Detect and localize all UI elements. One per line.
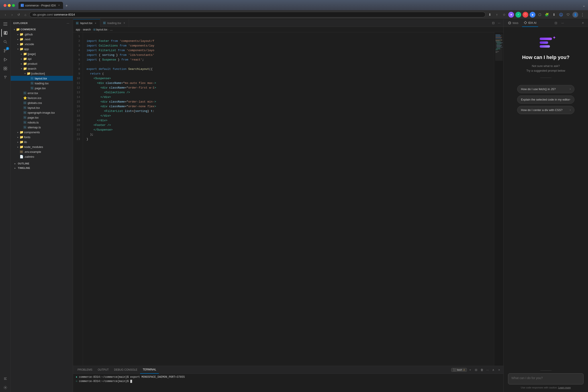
nav-icon-download2[interactable]: ⬇: [551, 12, 557, 18]
sidebar-ellipsis-btn[interactable]: ···: [66, 21, 70, 25]
home-button[interactable]: ⌂: [23, 12, 28, 17]
tree-item-layout-tsx[interactable]: TS layout.tsx: [11, 76, 73, 81]
panel-close[interactable]: ×: [497, 367, 502, 372]
activity-explorer[interactable]: [1, 29, 9, 37]
nav-icon-extension1[interactable]: ★: [508, 12, 514, 18]
panel-add-terminal[interactable]: +: [468, 367, 473, 372]
tree-item-robots[interactable]: TS robots.ts: [11, 120, 73, 125]
tree-item-page-tsx[interactable]: TS page.tsx: [11, 86, 73, 90]
nav-icon-extension5[interactable]: ⬡: [537, 12, 542, 18]
terminal-content[interactable]: ● commerce-8314:~/commerce{main}$ export…: [73, 374, 503, 392]
tree-item-favicon[interactable]: ⭐ favicon.ico: [11, 96, 73, 100]
tree-item-calintro[interactable]: 📄 .calintro: [11, 154, 73, 159]
tree-item-node-modules[interactable]: ▸ 📁 node_modules: [11, 144, 73, 149]
tree-item-loading-tsx[interactable]: TS loading.tsx: [11, 81, 73, 86]
ai-suggestion-2[interactable]: Explain the selected code in my editor ›: [517, 96, 574, 104]
nav-icon-extension2[interactable]: ✓: [515, 12, 521, 18]
panel-split[interactable]: ⊟: [473, 367, 478, 372]
window-control-chevron[interactable]: ⌄: [582, 3, 585, 8]
editor-tabs: TS layout.tsx × TS loading.tsx × ⊡ ···: [73, 19, 503, 27]
editor-tab-loading[interactable]: TS loading.tsx ×: [100, 19, 129, 27]
ai-suggestion-3[interactable]: How do I center a div with CSS? ›: [517, 106, 574, 114]
tree-item-env[interactable]: ENV .env.example: [11, 149, 73, 154]
sidebar-outline-section[interactable]: ▸ OUTLINE: [11, 161, 73, 165]
editor-more-button[interactable]: ···: [497, 20, 502, 25]
activity-hamburger[interactable]: [1, 20, 9, 28]
panel-tab-output[interactable]: OUTPUT: [95, 366, 111, 374]
nav-icon-shield[interactable]: 🛡: [565, 12, 571, 18]
tree-item-fonts[interactable]: ▸ 📁 fonts: [11, 134, 73, 140]
new-tab-button[interactable]: +: [64, 3, 70, 9]
nav-icon-bookmark[interactable]: ☆: [501, 12, 507, 18]
active-browser-tab[interactable]: i commerce - Project IDX ×: [19, 2, 63, 9]
tree-item-components[interactable]: ▸ 📁 components: [11, 130, 73, 134]
tree-item-layout-tsx-root[interactable]: TS layout.tsx: [11, 105, 73, 110]
panel-tab-problems[interactable]: PROBLEMS: [75, 366, 95, 374]
ai-learn-more-link[interactable]: Learn more: [558, 386, 571, 389]
tree-item-vscode[interactable]: ▸ 📁 .vscode: [11, 42, 73, 46]
refresh-button[interactable]: ↺: [16, 12, 21, 17]
nav-icon-google[interactable]: G: [558, 12, 564, 18]
tree-item-sitemap[interactable]: TS sitemap.ts: [11, 125, 73, 130]
tree-item-page[interactable]: ▸ 📁 [page]: [11, 52, 73, 56]
tree-item-error-tsx[interactable]: TS error.tsx: [11, 90, 73, 96]
ai-suggestion-1[interactable]: How do I use fetch() in JS? ›: [517, 85, 574, 93]
nav-icon-extension4[interactable]: ☻: [530, 12, 535, 18]
tab-close-loading[interactable]: ×: [123, 21, 126, 25]
tree-item-globals-css[interactable]: CSS globals.css: [11, 100, 73, 105]
tab-close-layout[interactable]: ×: [94, 21, 97, 25]
address-bar[interactable]: idx.google.com/commerce-8314: [30, 12, 486, 17]
activity-run[interactable]: [1, 56, 9, 64]
panel-up[interactable]: ∧: [491, 367, 496, 372]
traffic-light-yellow[interactable]: [8, 4, 11, 7]
panel-tab-terminal[interactable]: TERMINAL: [140, 366, 159, 374]
traffic-light-red[interactable]: [4, 4, 7, 7]
tree-item-next[interactable]: ▸ 📁 .next: [11, 37, 73, 42]
nav-icon-download[interactable]: ⬇: [487, 12, 493, 18]
tree-item-collection[interactable]: ▾ 📁 [collection]: [11, 71, 73, 76]
nav-icon-share[interactable]: ↑: [494, 12, 500, 18]
panel-more[interactable]: ···: [485, 367, 490, 372]
activity-search[interactable]: [1, 38, 9, 46]
sidebar-timeline-section[interactable]: ▸ TIMELINE: [11, 165, 73, 170]
right-panel-close-button[interactable]: ×: [580, 20, 585, 25]
activity-list[interactable]: [1, 375, 9, 383]
code-editor[interactable]: 1234567891011121314151617181920212223 im…: [73, 32, 503, 366]
panel-tab-debug[interactable]: DEBUG CONSOLE: [111, 366, 140, 374]
breadcrumb-search[interactable]: search: [83, 28, 91, 31]
panel-trash[interactable]: 🗑: [479, 367, 484, 372]
back-button[interactable]: ‹: [3, 12, 8, 17]
nav-icon-extension3[interactable]: ⛉: [522, 12, 528, 18]
breadcrumb-dots[interactable]: …: [110, 28, 113, 31]
right-tab-ai[interactable]: IDX AI: [522, 19, 538, 27]
breadcrumb-layout[interactable]: TSlayout.tsx: [93, 28, 107, 31]
split-editor-button[interactable]: ⊡: [491, 20, 496, 25]
nav-icon-profile[interactable]: 👤: [572, 12, 578, 18]
forward-button[interactable]: ›: [9, 12, 15, 17]
tab-close-button[interactable]: ×: [57, 4, 61, 7]
breadcrumb-app[interactable]: app: [76, 28, 80, 31]
nav-icon-extension6[interactable]: 🧩: [544, 12, 550, 18]
nav-icon-more[interactable]: ⋮: [579, 12, 585, 18]
tree-item-opengraph[interactable]: TS opengraph-image.tsx: [11, 110, 73, 115]
ai-subtitle: Not sure what to ask? Try a suggested pr…: [526, 64, 565, 73]
tree-item-lib[interactable]: ▸ 📁 lib: [11, 140, 73, 144]
tree-item-api[interactable]: ▸ 📁 api: [11, 56, 73, 61]
right-panel-split-button[interactable]: ⊡: [553, 20, 558, 25]
tree-item-github[interactable]: ▸ 📁 .github: [11, 32, 73, 37]
right-tab-web[interactable]: Web: [506, 19, 520, 27]
activity-test[interactable]: [1, 74, 9, 82]
traffic-light-green[interactable]: [12, 4, 15, 7]
right-panel-more-button[interactable]: ···: [560, 20, 565, 25]
tree-item-search[interactable]: ▾ 📁 search: [11, 66, 73, 71]
tree-item-product[interactable]: ▸ 📁 product: [11, 61, 73, 66]
tree-item-app[interactable]: ▾ 📁 app: [11, 46, 73, 52]
activity-source-control[interactable]: 2: [1, 47, 9, 55]
activity-extensions[interactable]: [1, 64, 9, 72]
activity-settings[interactable]: [1, 384, 9, 392]
tree-item-commerce-root[interactable]: ▾ 📁 COMMERCE: [11, 27, 73, 32]
ai-input-box[interactable]: What can I do for you?: [508, 373, 583, 384]
editor-tab-layout[interactable]: TS layout.tsx ×: [73, 19, 100, 27]
tree-item-page-tsx-root[interactable]: TS page.tsx: [11, 115, 73, 120]
code-content[interactable]: import Footer from 'components/layout/f …: [83, 32, 494, 366]
